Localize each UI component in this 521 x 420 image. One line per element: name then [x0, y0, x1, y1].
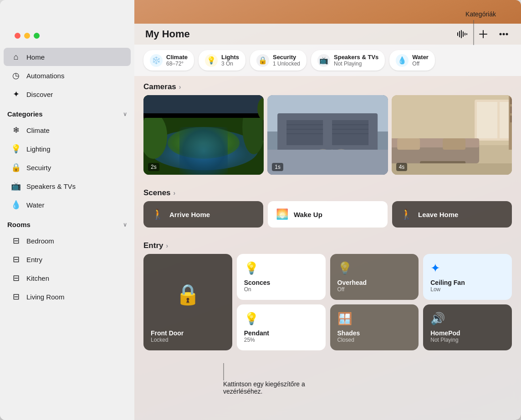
- sidebar-item-label: Living Room: [26, 293, 64, 301]
- sidebar-item-discover[interactable]: ✦ Discover: [4, 85, 131, 103]
- status-chips: ❄️ Climate 68–72° 💡 Lights 3 On: [134, 45, 521, 76]
- cameras-section-header[interactable]: Cameras ›: [134, 76, 521, 95]
- camera-tile-2[interactable]: 1s: [267, 95, 388, 175]
- sidebar-item-label: Entry: [26, 256, 42, 263]
- svg-rect-0: [457, 32, 458, 36]
- sidebar-item-automations[interactable]: ◷ Automations: [4, 66, 131, 85]
- main-content: My Home: [134, 0, 521, 420]
- kitchen-icon: ⊟: [11, 273, 21, 283]
- rooms-section-header[interactable]: Rooms ∨: [0, 214, 134, 231]
- camera-2-image: [267, 95, 388, 175]
- svg-rect-44: [510, 106, 512, 113]
- categories-label: Categories: [7, 110, 43, 118]
- leave-home-icon: 🚶: [400, 208, 413, 220]
- sidebar-item-bedroom[interactable]: ⊟ Bedroom: [4, 232, 131, 250]
- sidebar-item-kitchen[interactable]: ⊟ Kitchen: [4, 269, 131, 287]
- ceiling-fan-title: Ceiling Fan: [430, 279, 505, 286]
- sidebar-item-label: Secuirty: [26, 164, 51, 172]
- home-icon: ⌂: [11, 52, 21, 62]
- fullscreen-button[interactable]: [34, 33, 40, 39]
- tile-shades[interactable]: 🪟 Shades Closed: [330, 304, 419, 350]
- svg-rect-2: [461, 30, 462, 38]
- entry-section-header[interactable]: Entry ›: [134, 235, 521, 254]
- svg-rect-36: [267, 150, 388, 175]
- rooms-label: Rooms: [7, 221, 31, 228]
- svg-rect-50: [443, 138, 465, 150]
- chip-lights[interactable]: 💡 Lights 3 On: [199, 50, 245, 71]
- camera-3-image: [392, 95, 512, 175]
- chip-security-value: 1 Unlocked: [273, 61, 300, 67]
- main-inner: My Home: [134, 0, 521, 420]
- tile-homepod[interactable]: 🔊 HomePod Not Playing: [423, 304, 512, 350]
- add-button[interactable]: [477, 28, 489, 40]
- arrive-home-icon: 🚶: [152, 208, 164, 220]
- sidebar-item-entry[interactable]: ⊟ Entry: [4, 250, 131, 268]
- chip-security[interactable]: 🔒 Security 1 Unlocked: [250, 50, 306, 71]
- sidebar-item-climate[interactable]: ❄ Climate: [4, 121, 131, 139]
- camera-1-timestamp: 2s: [148, 163, 159, 171]
- ceiling-fan-icon: ✦: [430, 261, 440, 275]
- pendant-icon: 💡: [244, 312, 259, 326]
- chip-speakers-value: Not Playing: [334, 61, 378, 67]
- main-body: ❄️ Climate 68–72° 💡 Lights 3 On: [134, 45, 521, 420]
- minimize-button[interactable]: [24, 33, 30, 39]
- sconces-subtitle: On: [244, 286, 318, 293]
- sidebar-item-label: Kitchen: [26, 274, 49, 282]
- tile-front-door[interactable]: 🔒 Front Door Locked: [143, 254, 232, 350]
- chip-climate[interactable]: ❄️ Climate 68–72°: [143, 50, 194, 71]
- categories-section-header[interactable]: Categories ∨: [0, 104, 134, 121]
- sidebar-item-home[interactable]: ⌂ Home: [4, 48, 131, 66]
- main-header: My Home: [134, 24, 521, 45]
- sidebar-item-label: Discover: [26, 91, 53, 98]
- cameras-section-title: Cameras: [143, 82, 176, 91]
- tile-ceiling-fan[interactable]: ✦ Ceiling Fan Low: [423, 254, 512, 300]
- svg-rect-5: [466, 33, 467, 35]
- front-door-icon: 🔒: [151, 261, 225, 328]
- sidebar-item-living-room[interactable]: ⊟ Living Room: [4, 288, 131, 306]
- scene-arrive-home[interactable]: 🚶 Arrive Home: [143, 201, 263, 228]
- sidebar-item-speakers[interactable]: 📺 Speakers & TVs: [4, 177, 131, 195]
- chip-water-icon: 💧: [396, 54, 409, 67]
- scenes-section-header[interactable]: Scenes ›: [134, 182, 521, 201]
- waveform-button[interactable]: [455, 28, 469, 40]
- camera-2-timestamp: 1s: [272, 163, 283, 171]
- pendant-title: Pendant: [244, 329, 318, 337]
- svg-rect-4: [465, 33, 465, 35]
- entry-section-title: Entry: [143, 241, 163, 250]
- categories-chevron: ∨: [123, 111, 127, 117]
- sidebar-item-lighting[interactable]: 💡 Lighting: [4, 140, 131, 158]
- security-icon: 🔒: [11, 162, 21, 172]
- scene-leave-home[interactable]: 🚶 Leave Home: [392, 201, 512, 228]
- scenes-section-title: Scenes: [143, 188, 171, 197]
- tile-sconces[interactable]: 💡 Sconces On: [237, 254, 326, 300]
- tile-overhead[interactable]: 💡 Overhead Off: [330, 254, 419, 300]
- sidebar-item-security[interactable]: 🔒 Secuirty: [4, 158, 131, 177]
- arrive-home-label: Arrive Home: [169, 211, 210, 218]
- sidebar-item-water[interactable]: 💧 Water: [4, 196, 131, 214]
- svg-rect-51: [392, 163, 512, 175]
- tile-pendant[interactable]: 💡 Pendant 25%: [237, 304, 326, 350]
- cameras-chevron: ›: [179, 83, 181, 91]
- lighting-icon: 💡: [11, 144, 21, 154]
- camera-tile-3[interactable]: 4s: [392, 95, 512, 175]
- chip-water[interactable]: 💧 Water Off: [389, 50, 435, 71]
- traffic-lights: [7, 33, 40, 39]
- pendant-subtitle: 25%: [244, 337, 318, 343]
- entry-tiles-grid: 🔒 Front Door Locked 💡 Sconces On: [134, 254, 521, 359]
- bedroom-icon: ⊟: [11, 236, 21, 246]
- scenes-chevron: ›: [174, 189, 176, 197]
- camera-tile-1[interactable]: 2s: [143, 95, 264, 175]
- more-button[interactable]: [497, 31, 510, 37]
- svg-rect-45: [510, 116, 512, 122]
- close-button[interactable]: [15, 33, 20, 39]
- scene-wake-up[interactable]: 🌅 Wake Up: [268, 201, 388, 228]
- rooms-chevron: ∨: [123, 222, 127, 228]
- svg-rect-24: [286, 120, 323, 145]
- living-room-icon: ⊟: [11, 292, 21, 302]
- sidebar-item-label: Climate: [26, 127, 50, 134]
- scenes-row: 🚶 Arrive Home 🌅 Wake Up 🚶 Leave Home: [134, 201, 521, 235]
- chip-speakers[interactable]: 📺 Speakers & TVs Not Playing: [311, 50, 385, 71]
- sidebar-item-label: Water: [26, 201, 44, 209]
- camera-grid: 2s: [134, 95, 521, 182]
- chip-security-icon: 🔒: [256, 54, 269, 67]
